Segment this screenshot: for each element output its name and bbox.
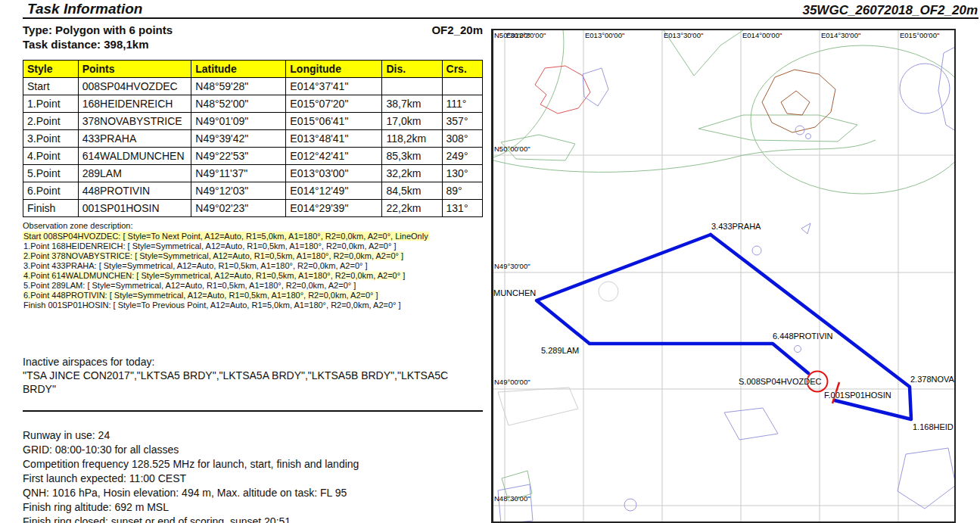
airspace-value-line: BRDY" [23,383,56,395]
table-cell: 5.Point [23,165,79,182]
briefing-line: GRID: 08:00-10:30 for all classes [23,443,489,457]
obs-zone-text: 2.Point 378NOVABYSTRICE: [ Style=Symmetr… [23,251,404,260]
table-cell: 378NOVABYSTRICE [78,113,191,130]
column-header: Dis. [382,61,442,78]
map-point-label: 2.378NOVA [910,375,954,384]
table-cell: 32,2km [382,165,442,182]
table-cell: E015°06'41" [286,113,382,130]
table-row: 3.Point433PRAHAN49°39'42"E013°48'41"118,… [23,130,483,148]
table-cell: N48°52'00" [191,95,286,113]
table-cell: 130° [442,165,482,182]
document-name: 35WGC_26072018_OF2_20m [802,3,978,18]
briefing-line: Competition frequency 128.525 MHz for la… [23,457,489,472]
map-lon-label: E014°00'00" [742,31,782,39]
title-rule [23,17,978,19]
column-header: Style [23,61,79,78]
table-cell: 38,7km [382,95,442,113]
table-cell: E014°12'49" [286,182,382,200]
obs-zone-line: 3.Point 433PRAHA: [ Style=Symmetrical, A… [23,261,489,271]
map-lat-label: N48°30'00" [494,494,530,503]
table-cell: N49°39'42" [191,130,286,148]
map-lon-label: E015°00'00" [900,31,939,39]
table-cell: 22,2km [382,200,442,217]
map-point-label: MUNCHEN [493,288,536,297]
map-lon-label: E013°30'00" [664,31,703,39]
obs-zone-line: 4.Point 614WALDMUNCHEN: [ Style=Symmetri… [23,271,489,281]
table-cell: E012°42'41" [286,148,382,165]
map-grid [493,30,956,523]
table-cell: 84,5km [382,182,442,200]
table-cell: E013°48'41" [286,130,382,148]
map-airspace-decor [493,30,956,523]
obs-zone-text: Start 008SP04HVOZDEC: [ Style=To Next Po… [23,232,429,241]
table-cell: 118,2km [382,130,442,148]
table-cell [442,78,482,95]
airspace-value-line: "TSA JINCE CON2017","LKTSA5 BRDY","LKTSA… [23,369,448,381]
map-canvas [493,30,956,523]
table-cell: E014°29'39" [286,200,382,217]
table-row: 6.Point448PROTIVINN49°12'03"E014°12'49"8… [23,182,483,200]
task-code: OF2_20m [431,23,483,36]
table-cell: N49°02'23" [191,200,286,217]
airspace-heading: Inactive airspaces for today: [23,356,154,368]
table-row: 5.Point289LAMN49°11'37"E013°03'00"32,2km… [23,165,483,182]
table-cell: 3.Point [23,130,79,148]
table-cell: Finish [23,200,79,217]
briefing-list: Runway in use: 24GRID: 08:00-10:30 for a… [23,428,489,523]
table-cell: 357° [442,113,482,130]
table-cell: 89° [442,182,482,200]
map-point-label: F.001SP01HOSIN [824,391,891,400]
table-cell: 433PRAHA [78,130,191,148]
table-cell: E014°37'41" [286,78,382,95]
map-lat-label: N50°00'00" [494,145,530,153]
table-cell: 289LAM [78,165,191,182]
table-cell: N49°12'03" [191,182,286,200]
table-cell: 111° [442,95,482,113]
table-cell: N48°59'28" [191,78,286,95]
obs-zone-text: 4.Point 614WALDMUNCHEN: [ Style=Symmetri… [23,271,406,280]
map-lon-label: E014°30'00" [821,31,860,39]
map-lat-label: N49°00'00" [494,378,530,386]
table-cell: 448PROTIVIN [78,182,191,200]
column-header: Latitude [191,61,286,78]
table-cell: E013°03'00" [286,165,382,182]
section-divider [23,410,483,412]
table-cell: 131° [442,200,482,217]
table-row: Start008SP04HVOZDECN48°59'28"E014°37'41" [23,78,483,95]
obs-zone-line: 5.Point 289LAM: [ Style=Symmetrical, A12… [23,281,489,291]
obs-zone-line: 1.Point 168HEIDENREICH: [ Style=Symmetri… [23,241,489,251]
table-row: 4.Point614WALDMUNCHENN49°22'53"E012°42'4… [23,148,483,165]
table-cell: 308° [442,130,482,148]
table-row: Finish001SP01HOSINN49°02'23"E014°29'39"2… [23,200,483,217]
table-cell: 008SP04HVOZDEC [78,78,191,95]
briefing-line: First launch expected: 11:00 CEST [23,472,489,486]
table-cell: 1.Point [23,95,79,113]
table-cell [382,78,442,95]
table-row: 2.Point378NOVABYSTRICEN49°01'09"E015°06'… [23,113,483,130]
obs-zone-line: Start 008SP04HVOZDEC: [ Style=To Next Po… [23,232,489,241]
column-header: Crs. [442,61,482,78]
obs-zone-line: 6.Point 448PROTIVIN: [ Style=Symmetrical… [23,291,489,300]
task-type: Type: Polygon with 6 points [23,23,173,36]
obs-zone-list: Start 008SP04HVOZDEC: [ Style=To Next Po… [23,232,489,310]
obs-zone-text: Finish 001SP01HOSIN: [ Style=To Previous… [23,300,402,310]
table-cell: N49°01'09" [191,113,286,130]
obs-zone-heading: Observation zone description: [23,221,133,230]
map-point-label: S.008SP04HVOZDEC [739,377,821,386]
table-cell: N49°22'53" [191,148,286,165]
obs-zone-line: Finish 001SP01HOSIN: [ Style=To Previous… [23,300,489,310]
map-lon-label: E013°00'00" [585,31,624,39]
obs-zone-text: 6.Point 448PROTIVIN: [ Style=Symmetrical… [23,291,379,300]
map-lat-label: N49°30'00" [494,262,530,270]
waypoint-table: StylePointsLatitudeLongitudeDis.Crs. Sta… [23,60,483,217]
task-summary-row: Type: Polygon with 6 points OF2_20m [23,23,483,36]
obs-zone-text: 5.Point 289LAM: [ Style=Symmetrical, A12… [23,281,356,290]
column-header: Points [78,61,191,78]
task-distance: Task distance: 398,1km [23,38,148,51]
table-row: 1.Point168HEIDENREICHN48°52'00"E015°07'2… [23,95,483,113]
table-cell: Start [23,78,79,95]
obs-zone-text: 3.Point 433PRAHA: [ Style=Symmetrical, A… [23,261,369,270]
page-title: Task Information [27,1,142,17]
map-point-label: 6.448PROTIVIN [773,332,832,341]
table-cell: 17,0km [382,113,442,130]
